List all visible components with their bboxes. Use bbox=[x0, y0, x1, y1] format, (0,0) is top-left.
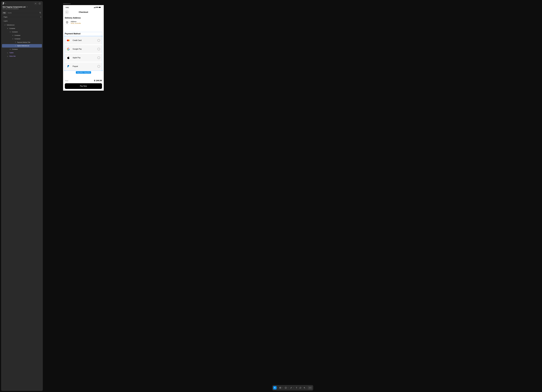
layers-list: #SelectionList ≡Container ≡Container ≡Co… bbox=[1, 23, 43, 391]
chevron-down-icon: ▼ bbox=[27, 6, 28, 7]
canvas[interactable]: SelectionList 9:41 ← Checkout Delivery A… bbox=[44, 0, 541, 392]
location-pin-icon bbox=[65, 20, 69, 25]
file-title-row[interactable]: New Tagging Components List ▼ bbox=[1, 5, 43, 8]
chevron-down-icon[interactable]: ▼ bbox=[288, 387, 288, 388]
wifi-icon bbox=[96, 7, 98, 8]
selection-dashed-outline bbox=[65, 32, 102, 36]
selection-size-badge: Hug (343) × Hug (320) bbox=[76, 71, 91, 74]
svg-rect-5 bbox=[94, 8, 94, 8]
layer-payment-title[interactable]: TPayment Method Title bbox=[1, 41, 43, 44]
total-label: Total bbox=[65, 80, 68, 82]
status-time: 9:41 bbox=[66, 7, 69, 8]
panel-toggle-icon[interactable] bbox=[38, 2, 41, 5]
svg-rect-17 bbox=[285, 387, 286, 388]
svg-rect-8 bbox=[95, 7, 96, 8]
frame-icon: # bbox=[4, 24, 6, 26]
resize-handle-tl[interactable] bbox=[64, 36, 65, 37]
checkout-footer: Total $ 144.94 Pay Now bbox=[63, 78, 104, 91]
bottom-toolbar: ▼ ▼ ▼ ▼ T bbox=[272, 385, 313, 391]
file-subtitle: Do's and don'ts Guidelines bbox=[1, 8, 43, 11]
text-tool[interactable]: T bbox=[295, 386, 298, 390]
battery-icon bbox=[98, 7, 101, 8]
autolayout-icon: ≡ bbox=[9, 48, 11, 50]
a-question-icon[interactable]: A? bbox=[34, 2, 37, 5]
pages-label: Pages bbox=[4, 16, 7, 18]
autolayout-icon: ≡ bbox=[7, 28, 8, 29]
svg-point-3 bbox=[40, 12, 41, 13]
page-title: Checkout bbox=[79, 11, 88, 13]
svg-rect-11 bbox=[101, 7, 101, 8]
layer-statusbar[interactable]: ◇Status Bar bbox=[1, 54, 43, 58]
pen-tool[interactable] bbox=[289, 386, 293, 390]
chevron-down-icon[interactable]: ▼ bbox=[277, 387, 278, 388]
pages-section[interactable]: ›Pages + bbox=[1, 15, 43, 19]
add-page-icon[interactable]: + bbox=[40, 16, 41, 18]
svg-point-0 bbox=[4, 3, 4, 4]
figma-logo-icon bbox=[3, 2, 4, 5]
layer-container[interactable]: ≡Container bbox=[1, 37, 43, 41]
autolayout-icon: ≡ bbox=[12, 38, 14, 40]
phone-frame[interactable]: 9:41 ← Checkout Delivery Address Address… bbox=[63, 5, 104, 91]
search-icon[interactable] bbox=[39, 12, 42, 14]
delivery-title: Delivery Address bbox=[63, 16, 104, 20]
autolayout-icon: ≡ bbox=[15, 45, 16, 47]
layer-container[interactable]: ≡Container bbox=[1, 34, 43, 37]
resize-handle-br[interactable] bbox=[102, 70, 103, 71]
dev-mode-toggle[interactable] bbox=[308, 386, 312, 390]
chevron-down-icon: ▼ bbox=[5, 3, 6, 4]
svg-line-4 bbox=[41, 13, 41, 13]
layer-selectionlist[interactable]: #SelectionList bbox=[1, 23, 43, 27]
component-icon: ◇ bbox=[7, 55, 8, 57]
layer-container[interactable]: ≡Container bbox=[1, 27, 43, 30]
tabs-row: File Assets bbox=[1, 11, 43, 15]
file-title: New Tagging Components List bbox=[3, 6, 26, 8]
address-label: Address bbox=[71, 21, 81, 22]
resize-handle-bl[interactable] bbox=[64, 70, 65, 71]
svg-rect-6 bbox=[94, 7, 95, 8]
rectangle-tool[interactable] bbox=[284, 386, 287, 390]
arrow-left-icon: ← bbox=[66, 11, 68, 13]
layers-section[interactable]: ›Layers bbox=[1, 19, 43, 23]
status-bar: 9:41 bbox=[63, 5, 104, 9]
address-row[interactable]: Address NSW, Australia bbox=[63, 20, 104, 27]
component-icon: ◇ bbox=[7, 52, 8, 54]
chevron-down-icon[interactable]: ▼ bbox=[293, 387, 294, 388]
move-tool[interactable] bbox=[273, 386, 277, 390]
svg-point-18 bbox=[305, 388, 305, 388]
svg-rect-14 bbox=[280, 387, 281, 388]
autolayout-icon: ≡ bbox=[9, 31, 11, 33]
svg-rect-1 bbox=[39, 3, 41, 4]
svg-rect-10 bbox=[99, 7, 101, 8]
autolayout-icon: ≡ bbox=[12, 35, 14, 36]
text-icon: T bbox=[15, 42, 16, 43]
selection-box[interactable]: Hug (343) × Hug (320) bbox=[65, 36, 102, 71]
topbar: ← Checkout bbox=[63, 9, 104, 16]
frame-label[interactable]: SelectionList bbox=[63, 3, 70, 5]
tab-assets[interactable]: Assets bbox=[6, 12, 13, 14]
layer-option-selectionlist[interactable]: ≡Option:SelectionList bbox=[2, 44, 42, 48]
actions-tool[interactable] bbox=[303, 386, 306, 390]
chevron-down-icon[interactable]: ▼ bbox=[282, 387, 283, 388]
frame-tool[interactable] bbox=[279, 386, 282, 390]
svg-rect-7 bbox=[95, 7, 95, 8]
address-value: NSW, Australia bbox=[71, 22, 81, 24]
left-panel: ▼ A? New Tagging Components List ▼ Do's … bbox=[1, 1, 43, 391]
layers-label: Layers bbox=[4, 20, 8, 22]
comment-tool[interactable] bbox=[299, 386, 302, 390]
layer-topbar[interactable]: ◇TopBar bbox=[1, 51, 43, 54]
resize-handle-tr[interactable] bbox=[102, 36, 103, 37]
tab-file[interactable]: File bbox=[2, 12, 6, 14]
panel-header: ▼ A? bbox=[1, 1, 43, 5]
pay-now-button[interactable]: Pay Now bbox=[65, 83, 102, 89]
cellular-icon bbox=[94, 7, 96, 8]
layer-container[interactable]: ≡Container bbox=[1, 30, 43, 34]
layer-container[interactable]: ≡Container bbox=[1, 48, 43, 51]
total-value: $ 144.94 bbox=[94, 79, 102, 82]
back-button[interactable]: ← bbox=[65, 10, 69, 14]
main-menu[interactable]: ▼ bbox=[3, 2, 6, 5]
toolbar-separator bbox=[307, 386, 307, 389]
